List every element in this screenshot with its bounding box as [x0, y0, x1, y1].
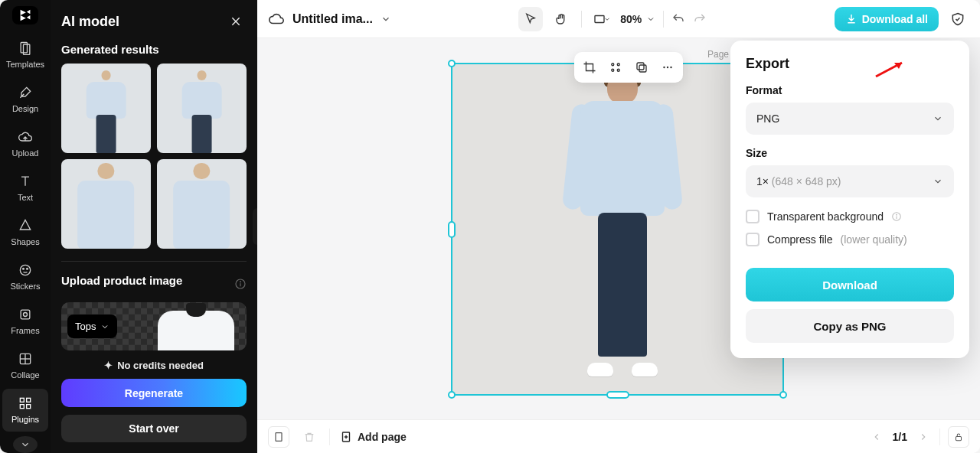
svg-rect-14 — [27, 404, 31, 408]
rail-label: Stickers — [10, 282, 40, 291]
category-label: Tops — [75, 321, 96, 332]
rail-collage[interactable]: Collage — [2, 344, 48, 387]
chevron-down-icon — [933, 113, 943, 124]
result-thumb[interactable] — [61, 159, 151, 249]
rail-frames[interactable]: Frames — [2, 300, 48, 343]
svg-rect-26 — [637, 63, 644, 70]
duplicate-button[interactable] — [629, 55, 654, 80]
product-image-row: Tops — [61, 302, 247, 351]
canvas-viewport[interactable]: Page 1 Export Format — [257, 38, 980, 419]
add-page-button[interactable]: Add page — [339, 430, 407, 444]
canvas-image[interactable] — [584, 72, 661, 376]
crop-button[interactable] — [577, 55, 602, 80]
svg-rect-12 — [27, 398, 31, 402]
compress-label: Compress file — [767, 233, 833, 246]
rail-text[interactable]: Text — [2, 167, 48, 210]
svg-rect-35 — [276, 432, 282, 441]
svg-marker-2 — [20, 220, 30, 230]
result-thumb[interactable] — [157, 159, 247, 249]
rail-design[interactable]: Design — [2, 78, 48, 121]
export-title: Export — [746, 56, 954, 72]
svg-point-7 — [24, 312, 28, 316]
rail-label: Text — [18, 193, 33, 202]
text-icon — [17, 173, 34, 190]
bottombar: Add page 1/1 — [257, 419, 980, 453]
ai-model-panel: AI model Generated results Upload produc… — [51, 0, 257, 453]
rail-templates[interactable]: Templates — [2, 34, 48, 77]
prev-page-button[interactable] — [868, 429, 885, 445]
result-thumb[interactable] — [157, 64, 247, 153]
start-over-button[interactable]: Start over — [61, 415, 247, 442]
main-area: Untitled ima... 80% Download — [257, 0, 980, 453]
privacy-button[interactable] — [946, 8, 969, 31]
frames-icon — [17, 306, 34, 323]
svg-point-28 — [667, 67, 668, 68]
zoom-select[interactable]: 80% — [620, 13, 655, 25]
rail-plugins[interactable]: Plugins — [2, 389, 48, 432]
svg-rect-39 — [956, 436, 962, 440]
selection-handle[interactable] — [448, 221, 456, 238]
next-page-button[interactable] — [915, 429, 932, 445]
download-all-button[interactable]: Download all — [835, 7, 939, 31]
redo-button[interactable] — [693, 12, 707, 26]
cursor-mode-button[interactable] — [518, 7, 543, 31]
resize-button[interactable] — [590, 7, 614, 31]
svg-point-27 — [663, 67, 665, 68]
size-select[interactable]: 1× (648 × 648 px) — [746, 165, 954, 197]
stickers-icon — [17, 262, 34, 279]
rail-label: Templates — [6, 60, 44, 69]
svg-point-32 — [897, 214, 897, 215]
info-icon[interactable] — [234, 278, 247, 290]
format-select[interactable]: PNG — [746, 103, 954, 135]
selection-handle[interactable] — [779, 391, 787, 399]
svg-point-3 — [20, 265, 30, 275]
download-button[interactable]: Download — [746, 268, 954, 301]
selection-handle[interactable] — [448, 391, 456, 399]
rail-stickers[interactable]: Stickers — [2, 256, 48, 298]
pages-panel-button[interactable] — [268, 426, 289, 448]
smart-tools-button[interactable] — [603, 55, 628, 80]
left-rail: Templates Design Upload Text Shapes Stic… — [0, 0, 51, 453]
product-preview[interactable] — [150, 303, 242, 350]
panel-close-button[interactable] — [225, 11, 247, 32]
credits-text: ✦ No credits needed — [61, 360, 247, 371]
document-title[interactable]: Untitled ima... — [292, 12, 373, 26]
page-indicator: 1/1 — [893, 431, 907, 443]
rail-label: Shapes — [11, 237, 39, 246]
app-logo[interactable] — [12, 6, 38, 24]
delete-page-button — [299, 426, 320, 448]
info-icon[interactable] — [891, 211, 902, 222]
category-select[interactable]: Tops — [67, 314, 117, 338]
hand-mode-button[interactable] — [549, 7, 573, 31]
transparent-label: Transparent background — [767, 210, 884, 223]
compress-checkbox[interactable] — [746, 233, 760, 246]
undo-button[interactable] — [671, 12, 685, 26]
regenerate-button[interactable]: Regenerate — [61, 379, 247, 406]
svg-point-22 — [617, 64, 619, 66]
rail-more-button[interactable] — [13, 436, 38, 453]
copy-png-button[interactable]: Copy as PNG — [746, 309, 954, 343]
rail-shapes[interactable]: Shapes — [2, 211, 48, 254]
svg-rect-6 — [21, 310, 30, 319]
rail-upload[interactable]: Upload — [2, 122, 48, 165]
title-menu-button[interactable] — [381, 14, 391, 24]
rail-label: Design — [12, 104, 38, 113]
selection-handle[interactable] — [606, 391, 629, 399]
transparent-checkbox[interactable] — [746, 210, 760, 223]
selection-handle[interactable] — [448, 60, 456, 67]
add-page-icon — [339, 430, 353, 444]
shapes-icon — [17, 217, 34, 234]
cloud-sync-icon[interactable] — [268, 11, 285, 28]
svg-point-24 — [617, 69, 619, 71]
upload-icon — [17, 129, 34, 145]
selection-toolbar — [574, 52, 683, 83]
svg-rect-11 — [20, 398, 24, 402]
svg-point-29 — [670, 67, 671, 68]
generated-results-heading: Generated results — [61, 43, 247, 56]
lock-button[interactable] — [948, 426, 969, 448]
result-thumb[interactable] — [61, 64, 151, 153]
svg-rect-13 — [20, 404, 24, 408]
svg-point-23 — [612, 69, 614, 71]
more-options-button[interactable] — [655, 55, 680, 80]
rail-label: Plugins — [11, 415, 39, 424]
